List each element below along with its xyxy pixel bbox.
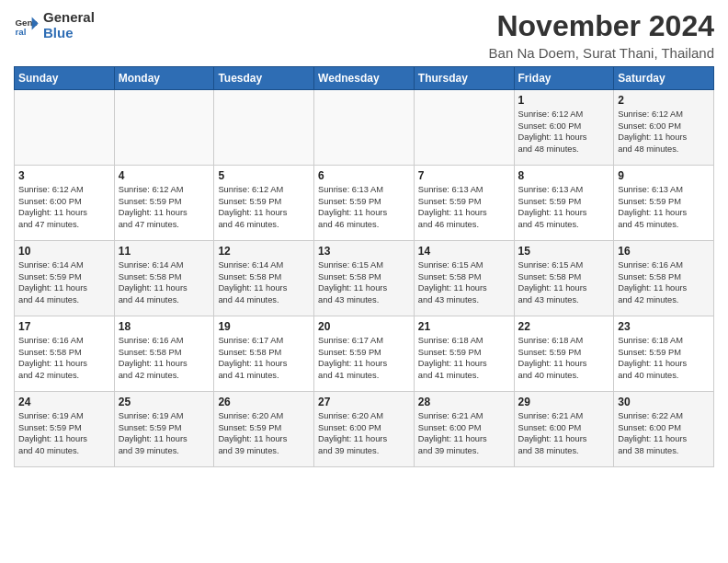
day-number: 25	[119, 396, 210, 408]
day-number: 10	[18, 245, 110, 258]
title-block: November 2024 Ban Na Doem, Surat Thani, …	[489, 9, 714, 61]
calendar-cell: 21Sunrise: 6:18 AM Sunset: 5:59 PM Dayli…	[414, 316, 514, 392]
day-info: Sunrise: 6:12 AM Sunset: 6:00 PM Dayligh…	[618, 109, 710, 155]
calendar-cell: 11Sunrise: 6:14 AM Sunset: 5:58 PM Dayli…	[114, 241, 214, 316]
day-info: Sunrise: 6:18 AM Sunset: 5:59 PM Dayligh…	[518, 335, 610, 381]
day-info: Sunrise: 6:14 AM Sunset: 5:58 PM Dayligh…	[119, 259, 210, 305]
calendar-cell: 28Sunrise: 6:21 AM Sunset: 6:00 PM Dayli…	[414, 392, 514, 467]
day-number: 29	[518, 396, 610, 408]
day-number: 2	[618, 94, 710, 107]
logo-icon: Gene ral	[14, 12, 40, 38]
day-number: 30	[618, 396, 710, 408]
day-info: Sunrise: 6:13 AM Sunset: 5:59 PM Dayligh…	[618, 184, 710, 230]
day-info: Sunrise: 6:17 AM Sunset: 5:59 PM Dayligh…	[318, 335, 410, 381]
calendar-cell	[114, 90, 214, 166]
calendar-cell: 15Sunrise: 6:15 AM Sunset: 5:58 PM Dayli…	[514, 241, 614, 316]
day-info: Sunrise: 6:12 AM Sunset: 6:00 PM Dayligh…	[18, 184, 110, 230]
calendar-cell: 23Sunrise: 6:18 AM Sunset: 5:59 PM Dayli…	[614, 316, 714, 392]
day-info: Sunrise: 6:19 AM Sunset: 5:59 PM Dayligh…	[119, 410, 210, 456]
calendar-cell: 17Sunrise: 6:16 AM Sunset: 5:58 PM Dayli…	[15, 316, 115, 392]
weekday-header-saturday: Saturday	[614, 67, 714, 90]
day-info: Sunrise: 6:12 AM Sunset: 5:59 PM Dayligh…	[119, 184, 210, 230]
day-info: Sunrise: 6:16 AM Sunset: 5:58 PM Dayligh…	[618, 259, 710, 305]
calendar-cell: 20Sunrise: 6:17 AM Sunset: 5:59 PM Dayli…	[314, 316, 415, 392]
day-number: 27	[318, 396, 410, 408]
day-number: 23	[618, 320, 710, 333]
calendar-cell: 3Sunrise: 6:12 AM Sunset: 6:00 PM Daylig…	[15, 166, 115, 241]
day-info: Sunrise: 6:14 AM Sunset: 5:59 PM Dayligh…	[18, 259, 110, 305]
day-number: 4	[119, 169, 210, 182]
calendar-cell: 14Sunrise: 6:15 AM Sunset: 5:58 PM Dayli…	[414, 241, 514, 316]
day-number: 19	[218, 320, 310, 333]
day-info: Sunrise: 6:17 AM Sunset: 5:58 PM Dayligh…	[218, 335, 310, 381]
day-number: 15	[518, 245, 610, 258]
calendar-cell	[15, 90, 115, 166]
day-number: 7	[418, 169, 510, 182]
day-number: 28	[418, 396, 510, 408]
day-info: Sunrise: 6:18 AM Sunset: 5:59 PM Dayligh…	[418, 335, 510, 381]
day-info: Sunrise: 6:16 AM Sunset: 5:58 PM Dayligh…	[18, 335, 110, 381]
calendar-cell	[414, 90, 514, 166]
calendar-cell: 5Sunrise: 6:12 AM Sunset: 5:59 PM Daylig…	[214, 166, 314, 241]
day-number: 22	[518, 320, 610, 333]
calendar-cell	[214, 90, 314, 166]
logo: Gene ral General Blue	[14, 9, 95, 41]
day-number: 12	[218, 245, 310, 258]
calendar-cell: 22Sunrise: 6:18 AM Sunset: 5:59 PM Dayli…	[514, 316, 614, 392]
day-info: Sunrise: 6:21 AM Sunset: 6:00 PM Dayligh…	[518, 410, 610, 456]
calendar-cell: 8Sunrise: 6:13 AM Sunset: 5:59 PM Daylig…	[514, 166, 614, 241]
day-info: Sunrise: 6:19 AM Sunset: 5:59 PM Dayligh…	[18, 410, 110, 456]
calendar-cell: 30Sunrise: 6:22 AM Sunset: 6:00 PM Dayli…	[614, 392, 714, 467]
day-info: Sunrise: 6:15 AM Sunset: 5:58 PM Dayligh…	[318, 259, 410, 305]
day-number: 5	[218, 169, 310, 182]
calendar-cell: 1Sunrise: 6:12 AM Sunset: 6:00 PM Daylig…	[514, 90, 614, 166]
day-info: Sunrise: 6:12 AM Sunset: 6:00 PM Dayligh…	[518, 109, 610, 155]
day-info: Sunrise: 6:20 AM Sunset: 6:00 PM Dayligh…	[318, 410, 410, 456]
month-title: November 2024	[489, 9, 714, 43]
day-info: Sunrise: 6:18 AM Sunset: 5:59 PM Dayligh…	[618, 335, 710, 381]
calendar-cell: 18Sunrise: 6:16 AM Sunset: 5:58 PM Dayli…	[114, 316, 214, 392]
day-number: 14	[418, 245, 510, 258]
day-number: 6	[318, 169, 410, 182]
calendar-week-3: 10Sunrise: 6:14 AM Sunset: 5:59 PM Dayli…	[15, 241, 714, 316]
calendar-cell: 6Sunrise: 6:13 AM Sunset: 5:59 PM Daylig…	[314, 166, 415, 241]
day-number: 1	[518, 94, 610, 107]
day-info: Sunrise: 6:14 AM Sunset: 5:58 PM Dayligh…	[218, 259, 310, 305]
weekday-header-friday: Friday	[514, 67, 614, 90]
page-header: Gene ral General Blue November 2024 Ban …	[14, 9, 714, 61]
day-number: 13	[318, 245, 410, 258]
day-info: Sunrise: 6:12 AM Sunset: 5:59 PM Dayligh…	[218, 184, 310, 230]
weekday-header-monday: Monday	[114, 67, 214, 90]
day-number: 20	[318, 320, 410, 333]
day-info: Sunrise: 6:20 AM Sunset: 5:59 PM Dayligh…	[218, 410, 310, 456]
day-number: 17	[18, 320, 110, 333]
svg-text:ral: ral	[15, 27, 26, 37]
calendar-cell: 13Sunrise: 6:15 AM Sunset: 5:58 PM Dayli…	[314, 241, 415, 316]
day-info: Sunrise: 6:13 AM Sunset: 5:59 PM Dayligh…	[518, 184, 610, 230]
calendar-cell: 12Sunrise: 6:14 AM Sunset: 5:58 PM Dayli…	[214, 241, 314, 316]
day-number: 21	[418, 320, 510, 333]
calendar-week-2: 3Sunrise: 6:12 AM Sunset: 6:00 PM Daylig…	[15, 166, 714, 241]
calendar-cell: 27Sunrise: 6:20 AM Sunset: 6:00 PM Dayli…	[314, 392, 415, 467]
calendar-week-4: 17Sunrise: 6:16 AM Sunset: 5:58 PM Dayli…	[15, 316, 714, 392]
day-number: 8	[518, 169, 610, 182]
day-number: 3	[18, 169, 110, 182]
day-number: 9	[618, 169, 710, 182]
calendar-cell: 2Sunrise: 6:12 AM Sunset: 6:00 PM Daylig…	[614, 90, 714, 166]
calendar-cell: 9Sunrise: 6:13 AM Sunset: 5:59 PM Daylig…	[614, 166, 714, 241]
calendar-cell: 16Sunrise: 6:16 AM Sunset: 5:58 PM Dayli…	[614, 241, 714, 316]
weekday-header-thursday: Thursday	[414, 67, 514, 90]
calendar-cell: 29Sunrise: 6:21 AM Sunset: 6:00 PM Dayli…	[514, 392, 614, 467]
weekday-header-sunday: Sunday	[15, 67, 115, 90]
calendar-cell: 24Sunrise: 6:19 AM Sunset: 5:59 PM Dayli…	[15, 392, 115, 467]
calendar-cell: 19Sunrise: 6:17 AM Sunset: 5:58 PM Dayli…	[214, 316, 314, 392]
calendar-cell: 10Sunrise: 6:14 AM Sunset: 5:59 PM Dayli…	[15, 241, 115, 316]
day-number: 18	[119, 320, 210, 333]
logo-text-line1: General	[43, 9, 95, 25]
calendar-week-1: 1Sunrise: 6:12 AM Sunset: 6:00 PM Daylig…	[15, 90, 714, 166]
day-info: Sunrise: 6:15 AM Sunset: 5:58 PM Dayligh…	[518, 259, 610, 305]
calendar-cell: 4Sunrise: 6:12 AM Sunset: 5:59 PM Daylig…	[114, 166, 214, 241]
day-info: Sunrise: 6:16 AM Sunset: 5:58 PM Dayligh…	[119, 335, 210, 381]
calendar-table: SundayMondayTuesdayWednesdayThursdayFrid…	[14, 66, 714, 467]
day-info: Sunrise: 6:13 AM Sunset: 5:59 PM Dayligh…	[418, 184, 510, 230]
